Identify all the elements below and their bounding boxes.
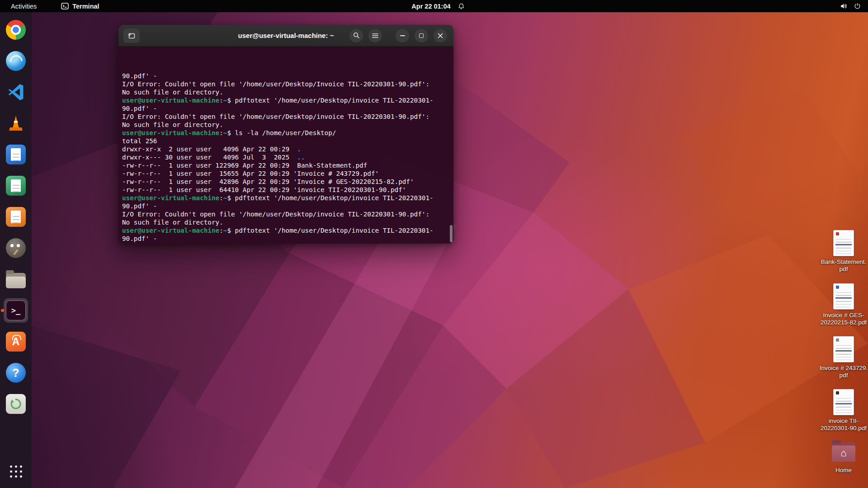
clock-menu[interactable]: Apr 22 01:04	[411, 0, 465, 12]
software-updater-icon	[6, 394, 26, 414]
terminal-line: -rw-r--r-- 1 user user 122969 Apr 22 00:…	[122, 161, 450, 169]
notification-bell-icon	[458, 3, 465, 10]
libreoffice-calc-icon	[6, 176, 26, 196]
clock-label: Apr 22 01:04	[411, 3, 450, 10]
terminal-text: total 256	[122, 137, 157, 145]
desktop-icon-invoice-243729-pdf[interactable]: Invoice # 243729. pdf	[812, 336, 868, 380]
vlc-icon	[6, 113, 26, 133]
terminal-line: drwxr-x--- 30 user user 4096 Jul 3 2025 …	[122, 153, 450, 161]
terminal-text: user@user-virtual-machine	[122, 97, 219, 104]
terminal-text: I/O Error: Couldn't open file '/home/use…	[122, 211, 429, 218]
show-apps-button[interactable]	[4, 459, 28, 483]
show-apps-icon	[10, 465, 22, 478]
terminal-text: $ pdftotext '/home/user/Desktop/invoice …	[227, 194, 433, 202]
dock-item-files[interactable]	[4, 267, 28, 291]
terminal-text: $ pdftotext '/home/user/Desktop/invoice …	[227, 97, 433, 104]
dock: >_A?	[0, 12, 32, 488]
terminal-line: user@user-virtual-machine:~$ pdftotext '…	[122, 226, 450, 235]
terminal-text: -rw-r--r-- 1 user user 64410 Apr 22 00:2…	[122, 186, 406, 193]
desktop-icon-home-folder[interactable]: ⌂Home	[812, 439, 868, 474]
maximize-icon	[419, 33, 424, 38]
close-icon	[438, 33, 443, 38]
dock-item-lo-calc[interactable]	[4, 174, 28, 198]
chrome-icon	[6, 20, 26, 40]
terminal-line: No such file or directory.	[122, 218, 450, 226]
dock-item-lo-writer[interactable]	[4, 142, 28, 167]
desktop-icon-invoice-tii-20220301-90-pdf[interactable]: invoice TII- 20220301-90.pdf	[812, 389, 868, 432]
terminal-scrollbar-thumb[interactable]	[450, 225, 453, 242]
terminal-titlebar[interactable]: user@user-virtual-machine: ~	[118, 25, 453, 47]
pdf-thumbnail-icon	[833, 230, 854, 256]
minimize-button[interactable]	[396, 29, 409, 42]
terminal-text: 90.pdf' -	[122, 202, 157, 210]
terminal-text: ..	[297, 154, 305, 161]
pdf-thumbnail-bar	[835, 297, 852, 299]
close-button[interactable]	[434, 29, 447, 42]
desktop-icon-bank-statement-pdf[interactable]: Bank-Statement. pdf	[812, 230, 868, 273]
dock-item-updater[interactable]	[4, 392, 28, 416]
dock-item-lo-impress[interactable]	[4, 205, 28, 229]
pdf-thumbnail-bar	[835, 403, 852, 404]
terminal-text: :	[219, 129, 223, 136]
terminal-line: I/O Error: Couldn't open file '/home/use…	[122, 113, 450, 121]
dock-item-gimp[interactable]	[4, 236, 28, 260]
menu-button[interactable]	[368, 29, 382, 42]
pdf-thumbnail-accent	[836, 338, 839, 342]
dock-item-terminal[interactable]: >_	[4, 298, 28, 323]
libreoffice-impress-icon	[6, 207, 26, 227]
terminal-text: :	[219, 227, 223, 234]
terminal-line: I/O Error: Couldn't open file '/home/use…	[122, 210, 450, 218]
dock-item-help[interactable]: ?	[4, 361, 28, 385]
terminal-line: user@user-virtual-machine:~$ ls -la /hom…	[122, 129, 450, 137]
terminal-text: :	[219, 194, 223, 202]
terminal-text: 90.pdf' -	[122, 105, 157, 112]
terminal-text: $ ls -la /home/user/Desktop/	[227, 129, 336, 136]
desktop-icon-invoice-ges-20220215-82-pdf[interactable]: Invoice # GES- 20220215-82.pdf	[812, 283, 868, 327]
terminal-line: -rw-r--r-- 1 user user 64410 Apr 22 00:2…	[122, 186, 450, 194]
terminal-text: -rw-r--r-- 1 user user 122969 Apr 22 00:…	[122, 162, 367, 169]
terminal-app-icon	[61, 3, 69, 9]
terminal-line: 90.pdf' -	[122, 235, 450, 243]
volume-icon	[840, 3, 848, 9]
terminal-line: user@user-virtual-machine:~$ pdftotext '…	[122, 194, 450, 202]
terminal-window: user@user-virtual-machine: ~ 90.pdf' -I/…	[118, 25, 453, 244]
desktop-icon-label: Bank-Statement. pdf	[821, 258, 867, 273]
new-tab-button[interactable]	[123, 28, 140, 43]
dock-item-ubuntu-software[interactable]: A	[4, 329, 28, 354]
terminal-line: I/O Error: Couldn't open file '/home/use…	[122, 243, 450, 244]
terminal-text: I/O Error: Couldn't open file '/home/use…	[122, 113, 429, 120]
terminal-line: No such file or directory.	[122, 88, 450, 96]
dock-item-vscode[interactable]	[4, 80, 28, 104]
terminal-text: :	[219, 97, 223, 104]
system-status-area[interactable]	[840, 3, 868, 9]
desktop-icon-label: Invoice # 243729. pdf	[820, 365, 868, 380]
activities-button[interactable]: Activities	[8, 2, 39, 11]
terminal-text: I/O Error: Couldn't open file '/home/use…	[122, 243, 429, 244]
house-icon: ⌂	[840, 448, 846, 458]
files-icon	[6, 273, 26, 288]
home-folder-icon: ⌂	[832, 443, 855, 462]
terminal-text: drwxr-x--- 30 user user 4096 Jul 3 2025	[122, 154, 297, 161]
terminal-output[interactable]: 90.pdf' -I/O Error: Couldn't open file '…	[118, 47, 453, 244]
terminal-text: user@user-virtual-machine	[122, 129, 219, 136]
pdf-thumbnail-bar	[835, 244, 852, 245]
dock-item-chrome[interactable]	[4, 18, 28, 42]
desktop-icon-label: invoice TII- 20220301-90.pdf	[821, 418, 867, 432]
focused-app-menu[interactable]: Terminal	[61, 3, 99, 10]
dock-item-thunderbird[interactable]	[4, 49, 28, 73]
terminal-text: I/O Error: Couldn't open file '/home/use…	[122, 80, 429, 88]
maximize-button[interactable]	[415, 29, 428, 42]
search-button[interactable]	[349, 29, 363, 42]
terminal-text: No such file or directory.	[122, 89, 223, 96]
minimize-icon	[400, 35, 405, 36]
terminal-text: user@user-virtual-machine	[122, 194, 219, 202]
pdf-thumbnail-icon	[833, 336, 854, 362]
terminal-line: drwxr-xr-x 2 user user 4096 Apr 22 00:29…	[122, 145, 450, 153]
power-icon	[854, 3, 861, 9]
top-bar: Activities Terminal Apr 22 01:04	[0, 0, 868, 12]
thunderbird-icon	[6, 51, 26, 71]
dock-item-vlc[interactable]	[4, 111, 28, 136]
pdf-thumbnail-accent	[836, 391, 839, 394]
terminal-line: user@user-virtual-machine:~$ pdftotext '…	[122, 96, 450, 104]
vscode-icon	[6, 82, 26, 102]
